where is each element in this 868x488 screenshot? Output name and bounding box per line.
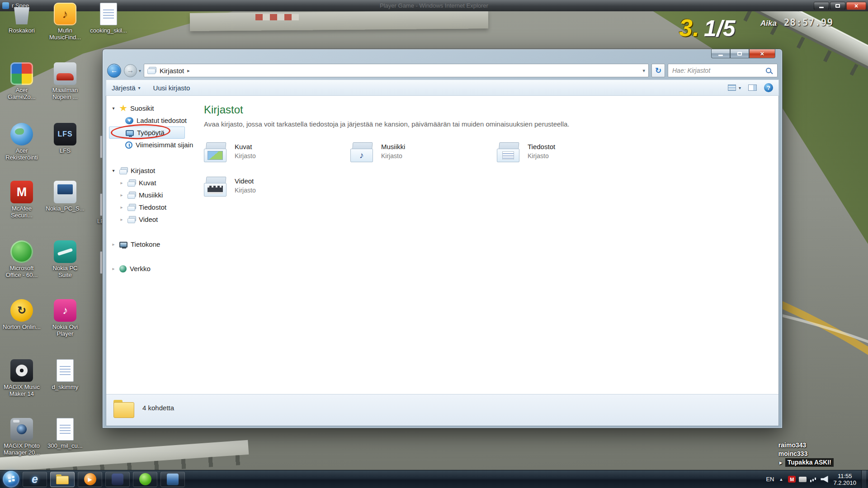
sidebar-item-ladatut-tiedostot[interactable]: Ladatut tiedostot <box>109 114 193 127</box>
explorer-window: × ← → ▾ Kirjastot ▸ ▾ ↻ Hae: Kirjastot J… <box>102 49 783 428</box>
navigation-bar: ← → ▾ Kirjastot ▸ ▾ ↻ Hae: Kirjastot <box>106 61 779 80</box>
language-indicator[interactable]: EN <box>766 476 774 483</box>
network-tray-icon[interactable] <box>810 476 817 483</box>
sidebar-item-suosikit[interactable]: ▾ Suosikit <box>109 102 193 114</box>
game-close-button[interactable]: × <box>846 2 866 10</box>
game-window-title-center: Player Game - Windows Internet Explorer <box>380 2 488 9</box>
expander-closed-icon[interactable]: ▸ <box>119 180 124 185</box>
sidebar-item-videot[interactable]: ▸ Videot <box>109 213 193 225</box>
history-dropdown-icon[interactable]: ▾ <box>139 68 141 73</box>
expander-closed-icon[interactable]: ▸ <box>111 266 116 271</box>
library-item-kuvat[interactable]: Kuvat Kirjasto <box>204 141 350 169</box>
computer-icon <box>119 242 127 248</box>
clock[interactable]: 11:55 7.2.2010 <box>833 473 856 486</box>
expander-open-icon[interactable]: ▾ <box>111 106 116 111</box>
minimize-button[interactable] <box>711 49 730 58</box>
desktop-icon-d-skimmy[interactable]: d_skimmy <box>45 359 85 390</box>
tray-expand-icon[interactable]: ▲ <box>779 477 783 482</box>
address-dropdown-icon[interactable]: ▾ <box>642 68 645 74</box>
sidebar-item-viimeisimmat[interactable]: Viimeisimmät sijainnit <box>109 139 193 151</box>
desktop-icon-mcafee[interactable]: M McAfee Securi... <box>2 181 42 219</box>
search-icon[interactable] <box>766 68 771 73</box>
desktop-icon-roskakori[interactable]: Roskakori <box>2 3 42 34</box>
network-icon <box>119 265 127 272</box>
keyboard-tray-icon[interactable] <box>799 477 807 482</box>
library-item-tiedostot[interactable]: Tiedostot Kirjasto <box>497 141 643 169</box>
close-button[interactable]: × <box>749 49 775 58</box>
explorer-folder-icon <box>56 474 69 484</box>
desktop-icon-nokia-pc[interactable]: Nokia_PC_S... <box>45 181 85 212</box>
game-minimize-button[interactable] <box>814 2 829 10</box>
library-item-musiikki[interactable]: ♪ Musiikki Kirjasto <box>350 141 497 169</box>
lfs-game-icon: LFS <box>54 123 76 145</box>
new-library-button[interactable]: Uusi kirjasto <box>153 84 190 92</box>
desktop-icon-acer-gamezone[interactable]: Acer GameZo... <box>2 62 42 100</box>
breadcrumb-item[interactable]: Kirjastot <box>160 67 184 75</box>
desktop-icon-mufin[interactable]: ♪ Mufin MusicFind... <box>45 3 85 41</box>
taskbar-button-messenger[interactable] <box>133 472 157 487</box>
game-cube-icon <box>10 62 33 85</box>
page-title: Kirjastot <box>204 103 769 116</box>
desktop-icon-office[interactable]: Microsoft Office - 60... <box>2 240 42 278</box>
volume-tray-icon[interactable] <box>821 476 828 483</box>
help-button[interactable]: ? <box>764 83 773 92</box>
expander-closed-icon[interactable]: ▸ <box>119 205 124 210</box>
preview-pane-button[interactable] <box>748 84 757 91</box>
sidebar-item-verkko[interactable]: ▸ Verkko <box>109 263 193 275</box>
expander-open-icon[interactable]: ▾ <box>111 168 116 173</box>
sidebar-item-tiedostot[interactable]: ▸ Tiedostot <box>109 201 193 213</box>
desktop-icon-maailman-nopein[interactable]: Maailman Nopein ... <box>45 62 85 100</box>
documents-library-icon <box>127 204 136 211</box>
game-title-bar: r Spee Player Game - Windows Internet Ex… <box>0 0 868 11</box>
refresh-button[interactable]: ↻ <box>651 64 665 77</box>
navigation-pane: ▾ Suosikit Ladatut tiedostot Työpöytä Vi… <box>106 96 193 394</box>
expander-closed-icon[interactable]: ▸ <box>119 192 124 197</box>
desktop-icon-magix-music[interactable]: MAGIX Music Maker 14 <box>2 359 42 397</box>
sidebar-item-kuvat[interactable]: ▸ Kuvat <box>109 177 193 189</box>
desktop-icon-acer-registration[interactable]: Acer Rekisteröinti <box>2 123 42 161</box>
chat-line: raimo343 <box>778 441 834 450</box>
desktop-icon-cooking[interactable]: cooking_skil... <box>89 3 128 34</box>
taskbar-button-app[interactable] <box>105 472 130 487</box>
taskbar-button-explorer[interactable] <box>50 472 75 487</box>
chevron-down-icon: ▾ <box>138 85 141 90</box>
hud-race-time: Aika 28:57.99 <box>760 17 833 28</box>
expander-closed-icon[interactable]: ▸ <box>111 242 116 247</box>
explorer-title-bar[interactable]: × <box>106 49 779 61</box>
document-icon <box>57 359 74 382</box>
organize-button[interactable]: Järjestä ▾ <box>112 84 141 92</box>
downloads-icon <box>125 117 133 124</box>
chat-line: moinc333 <box>778 450 834 458</box>
change-view-button[interactable]: ▾ <box>728 84 741 91</box>
messenger-icon <box>139 473 151 485</box>
search-input[interactable]: Hae: Kirjastot <box>668 64 778 77</box>
mcafee-tray-icon[interactable]: M <box>788 476 796 483</box>
desktop-icon-magix-photo[interactable]: MAGIX Photo Manager 20... <box>2 418 42 456</box>
hud-race-position: 3. 1/5 <box>679 14 736 42</box>
sidebar-item-tietokone[interactable]: ▸ Tietokone <box>109 238 193 250</box>
music-library-icon: ♪ <box>350 141 375 163</box>
maximize-button[interactable] <box>730 49 749 58</box>
taskbar-button-media-player[interactable]: ▶ <box>78 472 102 487</box>
desktop-icon-300-mil[interactable]: 300_mil_cu... <box>45 418 85 449</box>
start-button[interactable] <box>3 471 19 488</box>
desktop-icon-norton[interactable]: ↻ Norton Onlin... <box>2 299 42 330</box>
music-app-icon: ♪ <box>54 3 76 25</box>
taskbar-button-internet-explorer[interactable]: e <box>23 472 47 487</box>
chevron-right-icon[interactable]: ▸ <box>187 68 190 74</box>
desktop-icon-nokia-suite[interactable]: Nokia PC Suite <box>45 240 85 278</box>
desktop-icon-lfs[interactable]: LFS LFS <box>45 123 85 154</box>
chat-arrow-icon: ► <box>778 460 783 465</box>
sidebar-item-kirjastot[interactable]: ▾ Kirjastot <box>109 164 193 177</box>
address-bar[interactable]: Kirjastot ▸ ▾ <box>144 64 649 77</box>
back-button[interactable]: ← <box>107 64 121 78</box>
desktop-icon-ovi-player[interactable]: ♪ Nokia Ovi Player <box>45 299 85 337</box>
library-item-videot[interactable]: Videot Kirjasto <box>204 176 350 203</box>
show-desktop-button[interactable] <box>861 470 866 488</box>
sidebar-item-musiikki[interactable]: ▸ Musiikki <box>109 189 193 201</box>
command-bar: Järjestä ▾ Uusi kirjasto ▾ ? <box>106 80 779 96</box>
forward-button[interactable]: → <box>124 64 137 77</box>
game-maximize-button[interactable] <box>830 2 845 10</box>
sidebar-item-tyopoyta[interactable]: Työpöytä <box>109 127 185 139</box>
expander-closed-icon[interactable]: ▸ <box>119 217 124 222</box>
